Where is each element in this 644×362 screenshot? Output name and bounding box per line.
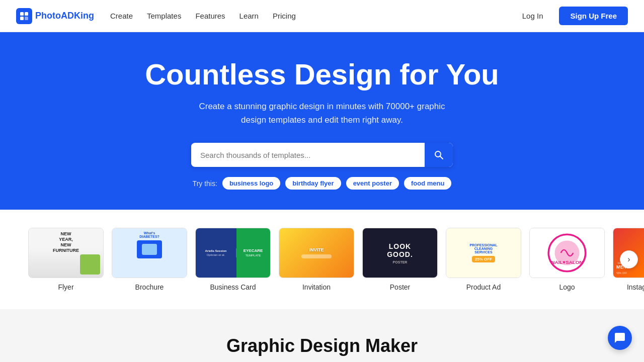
template-card-brochure[interactable]: What'sDIABETES? Brochure xyxy=(112,228,187,291)
templates-section: NEWYEAR,NEWFURNITURE Flyer What'sDIABETE… xyxy=(0,210,644,309)
search-input[interactable] xyxy=(191,144,425,166)
nav-templates[interactable]: Templates xyxy=(147,12,181,20)
template-label-poster: Poster xyxy=(362,283,438,291)
template-label-brochure: Brochure xyxy=(112,283,187,291)
template-card-product-ad[interactable]: PROFESSIONALCLEANINGSERVICES 25% OFF Pro… xyxy=(446,228,521,291)
template-card-poster[interactable]: LOOKGOOD. POSTER Poster xyxy=(362,228,438,291)
svg-rect-0 xyxy=(20,12,24,16)
template-label-flyer: Flyer xyxy=(28,283,104,291)
tag-event-poster[interactable]: event poster xyxy=(346,177,399,190)
template-card-business-card[interactable]: Ariella SessionOptician et al. EYECARETE… xyxy=(195,228,271,291)
try-label: Try this: xyxy=(193,179,217,188)
nav-links: Create Templates Features Learn Pricing xyxy=(110,12,514,20)
navbar: PhotoADKing Create Templates Features Le… xyxy=(0,0,644,32)
nav-create[interactable]: Create xyxy=(110,12,133,20)
nav-features[interactable]: Features xyxy=(195,12,225,20)
gdm-title: Graphic Design Maker xyxy=(20,335,624,356)
brand-name: PhotoADKing xyxy=(35,11,94,21)
hero-subtitle: Create a stunning graphic design in minu… xyxy=(20,100,624,127)
logo[interactable]: PhotoADKing xyxy=(16,8,94,24)
gdm-section: Graphic Design Maker Make professional g… xyxy=(0,309,644,362)
svg-line-5 xyxy=(440,156,443,159)
nav-right: Log In Sign Up Free xyxy=(514,7,628,25)
login-button[interactable]: Log In xyxy=(514,8,551,24)
hero-title: Countless Design for You xyxy=(20,58,624,90)
hero-section: Countless Design for You Create a stunni… xyxy=(0,32,644,210)
next-button[interactable]: › xyxy=(620,250,638,268)
templates-row: NEWYEAR,NEWFURNITURE Flyer What'sDIABETE… xyxy=(0,220,644,299)
search-button[interactable] xyxy=(425,143,453,167)
nav-pricing[interactable]: Pricing xyxy=(273,12,296,20)
logo-icon xyxy=(16,8,32,24)
tag-business-logo[interactable]: business logo xyxy=(222,177,280,190)
template-label-instagram-post: Instagram Post xyxy=(613,283,644,291)
svg-rect-1 xyxy=(25,12,28,16)
template-card-invitation[interactable]: INVITE Invitation xyxy=(279,228,354,291)
template-label-logo: Logo xyxy=(529,283,605,291)
svg-rect-2 xyxy=(20,17,24,20)
tag-birthday-flyer[interactable]: birthday flyer xyxy=(285,177,341,190)
template-card-flyer[interactable]: NEWYEAR,NEWFURNITURE Flyer xyxy=(28,228,104,291)
svg-rect-3 xyxy=(25,17,28,20)
template-card-logo[interactable]: NAIL♥SALON Logo xyxy=(529,228,605,291)
signup-button[interactable]: Sign Up Free xyxy=(559,7,628,25)
template-label-business-card: Business Card xyxy=(195,283,271,291)
chat-button[interactable] xyxy=(608,326,632,350)
template-label-product-ad: Product Ad xyxy=(446,283,521,291)
search-icon xyxy=(434,150,444,160)
template-label-invitation: Invitation xyxy=(279,283,354,291)
try-this-area: Try this: business logo birthday flyer e… xyxy=(20,177,624,190)
nav-learn[interactable]: Learn xyxy=(239,12,259,20)
chat-icon xyxy=(614,332,626,344)
tag-food-menu[interactable]: food menu xyxy=(404,177,451,190)
search-bar xyxy=(191,143,453,167)
svg-text:NAIL♥SALON: NAIL♥SALON xyxy=(551,259,583,265)
